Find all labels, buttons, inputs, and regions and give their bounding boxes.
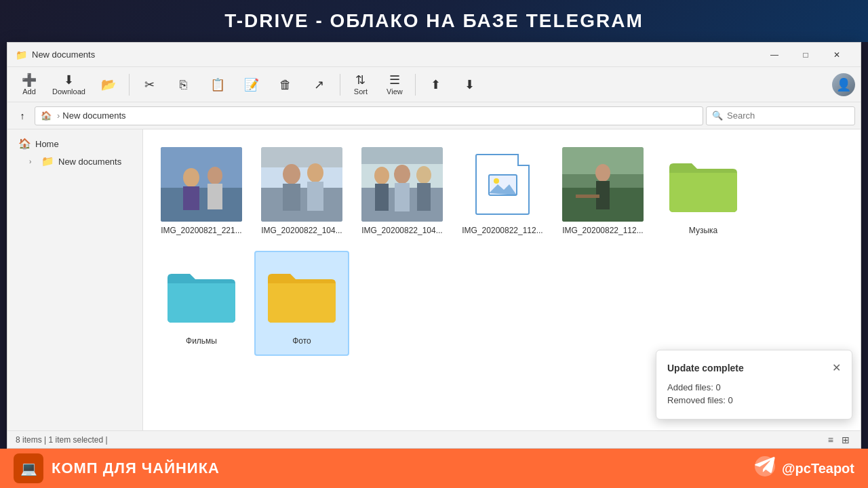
sort-button[interactable]: ⇅ Sort <box>344 70 377 100</box>
file-item[interactable]: IMG_20200821_221... <box>154 140 249 245</box>
file-name: IMG_20200822_104... <box>261 226 342 235</box>
copy-icon: ⎘ <box>180 79 187 91</box>
paste-icon: 📋 <box>210 79 225 91</box>
nav-up-icon: ↑ <box>20 110 25 121</box>
nav-up-button[interactable]: ↑ <box>13 106 32 125</box>
add-button[interactable]: ➕ Add <box>13 70 45 100</box>
file-thumbnail <box>261 147 342 222</box>
up-icon: ⬆ <box>431 79 441 91</box>
svg-rect-5 <box>208 184 222 209</box>
svg-point-9 <box>283 164 300 184</box>
copy-button[interactable]: ⎘ <box>167 70 200 100</box>
view-button[interactable]: ☰ View <box>378 70 411 100</box>
minimize-button[interactable]: — <box>759 44 790 66</box>
svg-point-16 <box>374 167 389 184</box>
bottom-bar-right: @pcTeapot <box>755 456 854 481</box>
bottom-bar-left: 💻 КОМП ДЛЯ ЧАЙНИКА <box>14 453 220 483</box>
file-item[interactable]: IMG_20200822_104... <box>355 140 450 245</box>
search-icon: 🔍 <box>712 110 723 121</box>
explorer-window: 📁 New documents — □ ✕ ➕ Add ⬇ Download 📂… <box>7 42 861 449</box>
sidebar-item-new-documents[interactable]: › 📁 New documents <box>7 152 142 170</box>
address-bar: ↑ 🏠 › New documents 🔍 <box>7 102 861 129</box>
sidebar-home-label: Home <box>35 139 59 149</box>
delete-button[interactable]: 🗑 <box>269 70 302 100</box>
path-separator: › <box>57 110 60 121</box>
view-icon: ☰ <box>389 74 400 86</box>
new-docs-folder-icon: 📁 <box>41 155 54 167</box>
file-thumbnail <box>161 258 242 332</box>
user-avatar[interactable]: 👤 <box>832 73 855 96</box>
add-icon: ➕ <box>22 74 37 86</box>
open-button[interactable]: 📂 <box>92 70 125 100</box>
svg-point-27 <box>595 164 610 182</box>
sort-label: Sort <box>354 87 368 96</box>
file-item[interactable]: Музыка <box>656 140 751 245</box>
close-button[interactable]: ✕ <box>821 44 852 66</box>
view-label: View <box>387 87 403 96</box>
svg-rect-3 <box>183 186 199 210</box>
home-icon: 🏠 <box>41 110 52 121</box>
window-title: New documents <box>32 49 759 60</box>
svg-point-4 <box>208 167 222 184</box>
status-text: 8 items | 1 item selected | <box>16 435 108 445</box>
file-item[interactable]: Фото <box>254 251 349 356</box>
add-label: Add <box>22 87 36 96</box>
list-view-button[interactable]: ≡ <box>825 433 836 447</box>
svg-point-18 <box>394 165 410 184</box>
svg-point-11 <box>307 163 323 182</box>
address-path[interactable]: 🏠 › New documents <box>35 106 703 125</box>
sort-icon: ⇅ <box>355 74 366 86</box>
notification-close-button[interactable]: ✕ <box>832 361 841 374</box>
file-item[interactable]: IMG_20200822_112... <box>455 140 550 245</box>
current-folder: New documents <box>62 110 125 121</box>
down-arrow-icon: ⬇ <box>465 79 475 91</box>
photo-preview <box>161 147 242 222</box>
file-name: IMG_20200822_104... <box>361 226 442 235</box>
file-name: IMG_20200822_112... <box>562 226 643 235</box>
paste-button[interactable]: 📋 <box>201 70 234 100</box>
notification-removed: Removed files: 0 <box>667 395 841 405</box>
file-name: IMG_20200822_112... <box>462 226 542 235</box>
notification-header: Update complete ✕ <box>667 361 841 374</box>
cut-icon: ✂ <box>144 79 155 91</box>
top-banner: T-DRIVE - ОБЛАКО НА БАЗЕ TELEGRAM <box>0 0 868 42</box>
download-button[interactable]: ⬇ Download <box>47 70 91 100</box>
share-button[interactable]: ↗ <box>303 70 336 100</box>
sidebar: 🏠 Home › 📁 New documents <box>7 129 143 430</box>
down-arrow-button[interactable]: ⬇ <box>454 70 486 100</box>
home-folder-icon: 🏠 <box>18 138 31 150</box>
window-icon: 📁 <box>16 49 26 60</box>
channel-handle: @pcTeapot <box>782 461 854 476</box>
view-toggle-buttons: ≡ ⊞ <box>825 433 852 447</box>
svg-point-23 <box>494 178 499 184</box>
rename-button[interactable]: 📝 <box>235 70 268 100</box>
file-item[interactable]: IMG_20200822_104... <box>254 140 349 245</box>
app-title: T-DRIVE - ОБЛАКО НА БАЗЕ TELEGRAM <box>224 10 644 32</box>
removed-value: 0 <box>728 395 733 405</box>
search-box[interactable]: 🔍 <box>706 106 855 125</box>
file-item[interactable]: Фильмы <box>154 251 249 356</box>
added-value: 0 <box>716 382 721 392</box>
sidebar-item-home[interactable]: 🏠 Home <box>7 135 142 152</box>
file-name: Фильмы <box>186 336 217 346</box>
search-input[interactable] <box>727 110 849 121</box>
svg-rect-17 <box>375 184 389 211</box>
grid-view-button[interactable]: ⊞ <box>839 433 852 447</box>
svg-rect-21 <box>417 183 431 211</box>
file-name: Музыка <box>689 226 717 235</box>
channel-logo: 💻 <box>14 453 43 483</box>
file-thumbnail <box>462 147 543 222</box>
delete-icon: 🗑 <box>279 79 292 91</box>
channel-name: КОМП ДЛЯ ЧАЙНИКА <box>52 460 220 477</box>
notification-added: Added files: 0 <box>667 382 841 392</box>
image-icon-svg <box>488 169 518 200</box>
sidebar-newdocs-label: New documents <box>58 157 121 167</box>
folder-cyan-icon <box>164 264 239 325</box>
svg-rect-19 <box>395 183 410 211</box>
cut-button[interactable]: ✂ <box>134 70 166 100</box>
maximize-button[interactable]: □ <box>790 44 821 66</box>
up-button[interactable]: ⬆ <box>420 70 452 100</box>
file-thumbnail <box>562 147 644 222</box>
file-item[interactable]: IMG_20200822_112... <box>555 140 650 245</box>
sep2 <box>340 74 340 96</box>
